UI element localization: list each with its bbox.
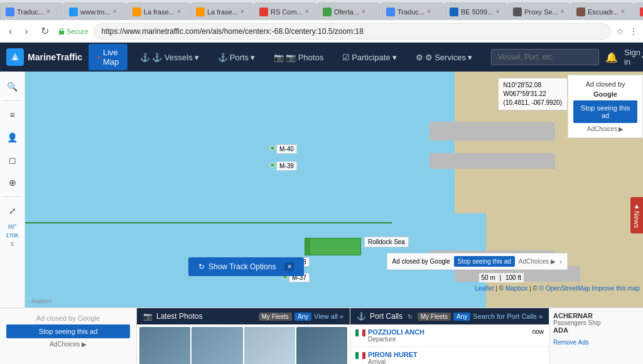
vessel-dot-m40 <box>270 146 275 151</box>
tab-close-8[interactable]: × <box>495 8 499 15</box>
tab-close-5[interactable]: × <box>305 8 309 15</box>
port-strip-1 <box>430 122 555 141</box>
tab-2[interactable]: www.tm... × <box>63 3 126 20</box>
app-bar: MarineTraffic ● Live Map ⚓ ⚓ Vessels ▾ ⚓… <box>0 43 643 72</box>
tab-close-4[interactable]: × <box>240 8 244 15</box>
map-container[interactable]: 🔍 ≡ 👤 ◻ ⊕ ⤢ 00° 170K 5 M-40 M-39 M-38 M-… <box>0 72 643 308</box>
tab-8[interactable]: BE 5099... × <box>444 3 507 20</box>
vessel-rolldock-sea[interactable]: Rolldock Sea <box>305 238 361 255</box>
back-button[interactable]: ‹ <box>5 24 16 38</box>
tab-favicon-6 <box>323 8 332 16</box>
port-calls-title: Port Calls <box>370 312 403 321</box>
nav-vessels[interactable]: ⚓ ⚓ Vessels ▾ <box>134 49 205 66</box>
tab-close-9[interactable]: × <box>561 8 565 15</box>
stop-seeing-sm-button[interactable]: Stop seeing this ad <box>454 256 515 267</box>
adchoices-link[interactable]: AdChoices ▶ <box>573 126 637 132</box>
tab-7[interactable]: Traduc... × <box>381 3 443 20</box>
ad-stop-button[interactable]: Stop seeing this ad <box>6 324 130 338</box>
vessel-label-m39: M-39 <box>276 161 297 171</box>
remove-ads-link[interactable]: Remove Ads <box>553 339 639 346</box>
scale-100ft: 100 ft <box>505 274 521 281</box>
tab-4[interactable]: La frase... × <box>190 3 253 20</box>
adchoices-bottom[interactable]: AdChoices ▶ <box>50 341 87 348</box>
ports-label: Ports <box>230 53 249 62</box>
participate-icon: ☑ <box>342 53 350 62</box>
any-badge-port[interactable]: Any <box>453 313 470 321</box>
refresh-port-icon[interactable]: ↻ <box>408 313 413 320</box>
stop-seeing-ad-button[interactable]: Stop seeing this ad <box>573 100 637 123</box>
vessels-chevron: ▾ <box>195 53 199 62</box>
nav-ports[interactable]: ⚓ Ports ▾ <box>212 49 261 66</box>
camera-icon: 📷 <box>274 53 284 62</box>
vessel-track-line <box>25 222 392 223</box>
refresh-button[interactable]: ↻ <box>37 24 53 38</box>
tab-close-1[interactable]: × <box>46 8 50 15</box>
nav-photos[interactable]: 📷 📷 Photos <box>267 49 330 66</box>
show-track-options-button[interactable]: ↻ Show Track Options × <box>188 257 304 276</box>
bookmark-icon[interactable]: ☆ <box>616 26 624 36</box>
tab-10[interactable]: Escuadr... × <box>571 3 634 20</box>
fullscreen-button[interactable]: ⤢ <box>3 201 23 221</box>
tab-label-4: La frase... <box>207 8 238 16</box>
ad-close-inline-icon[interactable]: › <box>559 257 562 266</box>
port-name-2: PIRONI HURET <box>368 351 544 358</box>
sign-in-button[interactable]: Sign in ▾ <box>624 48 643 67</box>
track-options-close[interactable]: × <box>284 262 294 271</box>
tab-5[interactable]: RS Com... × <box>254 3 316 20</box>
secure-indicator: Secure <box>58 28 89 35</box>
tab-close-2[interactable]: × <box>113 8 117 15</box>
tab-6[interactable]: Oferta... × <box>317 3 380 20</box>
search-map-button[interactable]: 🔍 <box>3 77 23 97</box>
address-input[interactable] <box>94 23 611 40</box>
menu-icon[interactable]: ⋮ <box>629 26 638 36</box>
any-badge-photos[interactable]: Any <box>294 313 311 321</box>
vessel-label-m40: M-40 <box>276 144 297 154</box>
my-fleets-badge-photos[interactable]: My Fleets <box>259 313 292 321</box>
flag-it-2 <box>355 352 365 359</box>
my-fleets-badge-port[interactable]: My Fleets <box>418 313 451 321</box>
coordinates-box: N10°28'52.08W067°59'31.22(10.4811, -067.… <box>498 78 568 110</box>
forward-button[interactable]: › <box>21 24 31 38</box>
connect-button[interactable]: ⊕ <box>3 173 23 193</box>
photo-thumb-3[interactable] <box>244 327 295 364</box>
tab-close-3[interactable]: × <box>177 8 181 15</box>
tab-close-6[interactable]: × <box>362 8 365 15</box>
osm-link[interactable]: © OpenStreetMap <box>539 285 590 292</box>
tab-close-10[interactable]: × <box>621 8 625 15</box>
photo-thumb-1[interactable] <box>139 327 190 364</box>
layers-button[interactable]: ◻ <box>3 150 23 170</box>
improve-link[interactable]: Improve this map <box>592 285 640 292</box>
photos-header-right: My Fleets Any View all » <box>259 313 343 321</box>
legend-button[interactable]: 👤 <box>3 127 23 147</box>
photo-thumb-4[interactable] <box>296 327 347 364</box>
nav-services[interactable]: ⚙ ⚙ Services ▾ <box>409 49 478 66</box>
search-port-calls-link[interactable]: Search for Port Calls » <box>473 313 543 320</box>
tab-3[interactable]: La frase... × <box>127 3 190 20</box>
adchoices-sm-link[interactable]: AdChoices ▶ <box>519 258 556 265</box>
tab-label-2: www.tm... <box>80 8 111 16</box>
services-label: ⚙ Services <box>425 53 466 62</box>
mapbox-link[interactable]: Mapbox <box>505 285 528 292</box>
search-input[interactable] <box>491 49 599 65</box>
vessel-id-panel: ADA <box>553 326 639 334</box>
photo-thumb-2[interactable] <box>192 327 242 364</box>
port-entry-1[interactable]: POZZUOLI ANCH Departure now <box>350 324 549 347</box>
tab-label-9: Proxy Se... <box>524 8 558 16</box>
tab-11[interactable]: Noticia... × <box>634 3 643 20</box>
news-tab[interactable]: ▲ News <box>630 197 643 233</box>
port-entry-2[interactable]: PIRONI HURET Arrival <box>350 347 549 364</box>
tab-1[interactable]: Traduc... × <box>0 3 63 20</box>
ship-side <box>305 238 310 255</box>
tab-9[interactable]: Proxy Se... × <box>507 3 570 20</box>
notification-icon[interactable]: 🔔 <box>605 51 618 63</box>
tab-close-7[interactable]: × <box>427 8 431 15</box>
nav-participate[interactable]: ☑ Participate ▾ <box>336 49 403 66</box>
photos-panel-title: Latest Photos <box>156 312 202 321</box>
filter-button[interactable]: ≡ <box>3 105 23 125</box>
vessel-m39[interactable]: M-39 <box>270 163 275 168</box>
vessel-m40[interactable]: M-40 <box>270 146 275 151</box>
nav-live-map[interactable]: ● Live Map <box>89 44 127 70</box>
leaflet-link[interactable]: Leaflet <box>475 285 494 292</box>
participate-label: Participate <box>352 53 390 62</box>
view-all-photos-link[interactable]: View all » <box>314 313 343 320</box>
